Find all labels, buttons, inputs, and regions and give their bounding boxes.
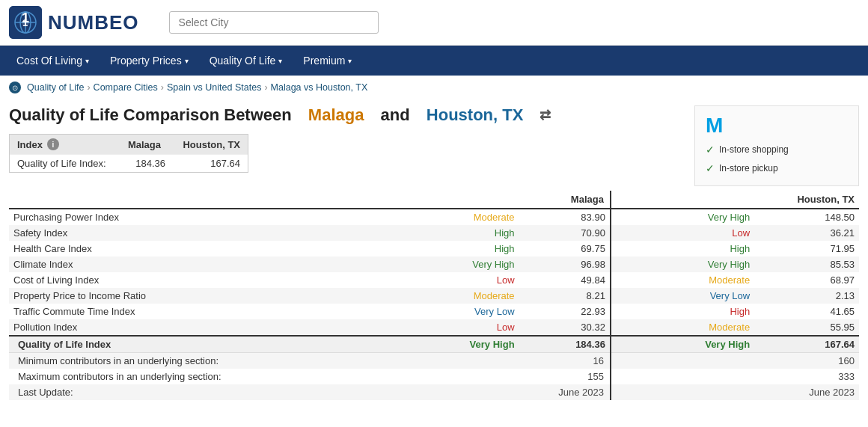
summary-val-houston: 167.64	[754, 336, 859, 353]
property-prices-arrow-icon: ▾	[185, 57, 189, 65]
row-label: Purchasing Power Index	[9, 209, 375, 225]
city1-label: Malaga	[308, 105, 364, 125]
row-val-malaga: 8.21	[519, 288, 611, 304]
col-header-label	[9, 191, 375, 209]
table-header-row: Malaga Houston, TX	[9, 191, 859, 209]
quality-of-life-index-row: Quality of Life Index: 184.36 167.64	[10, 154, 248, 172]
swap-icon[interactable]: ⇄	[540, 107, 551, 123]
row-qual-malaga: Moderate	[375, 288, 519, 304]
footer-row: Last Update: June 2023 June 2023	[9, 384, 859, 400]
row-val-malaga: 69.75	[519, 241, 611, 256]
summary-row: Quality of Life Index Very High 184.36 V…	[9, 336, 859, 353]
row-label: Pollution Index	[9, 319, 375, 336]
row-label: Climate Index	[9, 256, 375, 272]
logo: 1 NUMBEO	[9, 6, 139, 39]
breadcrumb-malaga-vs-houston[interactable]: Malaga vs Houston, TX	[271, 82, 368, 93]
premium-arrow-icon: ▾	[348, 57, 352, 65]
row-val-houston: 85.53	[754, 256, 859, 272]
footer-val-houston: 333	[754, 369, 859, 384]
row-qual-houston: Low	[611, 225, 754, 241]
search-input[interactable]	[169, 11, 379, 34]
row-val-malaga: 96.98	[519, 256, 611, 272]
row-label: Safety Index	[9, 225, 375, 241]
row-qual-houston: High	[611, 241, 754, 256]
nav-premium[interactable]: Premium ▾	[293, 46, 362, 76]
header: 1 NUMBEO	[0, 0, 868, 46]
table-row: Health Care Index High 69.75 High 71.95	[9, 241, 859, 256]
footer-label: Maximum contributors in an underlying se…	[9, 369, 375, 384]
row-val-malaga: 30.32	[519, 319, 611, 336]
comparison-tbody: Purchasing Power Index Moderate 83.90 Ve…	[9, 209, 859, 400]
page-title: Quality of Life Comparison Between Malag…	[9, 105, 679, 125]
table-row: Cost of Living Index Low 49.84 Moderate …	[9, 272, 859, 288]
row-qual-malaga: Low	[375, 272, 519, 288]
breadcrumb-icon: ⊙	[9, 82, 21, 93]
svg-text:1: 1	[22, 17, 28, 28]
table-row: Safety Index High 70.90 Low 36.21	[9, 225, 859, 241]
breadcrumb-sep-2: ›	[161, 82, 164, 93]
nav-cost-of-living[interactable]: Cost Of Living ▾	[6, 46, 100, 76]
table-row: Climate Index Very High 96.98 Very High …	[9, 256, 859, 272]
row-qual-malaga: High	[375, 241, 519, 256]
quality-of-life-arrow-icon: ▾	[278, 57, 282, 65]
summary-label: Quality of Life Index	[9, 336, 375, 353]
row-label: Property Price to Income Ratio	[9, 288, 375, 304]
breadcrumb-quality-of-life[interactable]: Quality of Life	[27, 82, 84, 93]
footer-val-malaga: 16	[519, 353, 611, 369]
row-val-malaga: 83.90	[519, 209, 611, 225]
index-table-header: Index i Malaga Houston, TX	[10, 135, 248, 154]
row-qual-malaga: Moderate	[375, 209, 519, 225]
row-qual-houston: Very High	[611, 256, 754, 272]
breadcrumb-sep-3: ›	[264, 82, 267, 93]
nav-property-prices[interactable]: Property Prices ▾	[100, 46, 199, 76]
table-row: Pollution Index Low 30.32 Moderate 55.95	[9, 319, 859, 336]
footer-row: Minimum contributors in an underlying se…	[9, 353, 859, 369]
svg-rect-0	[9, 6, 42, 39]
cost-of-living-arrow-icon: ▾	[85, 57, 89, 65]
ad-check-1: ✓ In-store shopping	[706, 141, 848, 159]
summary-qual-malaga: Very High	[375, 336, 519, 353]
footer-val-malaga: June 2023	[519, 384, 611, 400]
row-label: Cost of Living Index	[9, 272, 375, 288]
row-val-houston: 148.50	[754, 209, 859, 225]
col-header-houston: Houston, TX	[754, 191, 859, 209]
breadcrumb-sep-1: ›	[87, 82, 90, 93]
table-row: Purchasing Power Index Moderate 83.90 Ve…	[9, 209, 859, 225]
ad-check-2: ✓ In-store pickup	[706, 159, 848, 178]
comparison-table: Malaga Houston, TX Purchasing Power Inde…	[9, 191, 859, 400]
info-icon[interactable]: i	[47, 138, 59, 150]
row-val-houston: 68.97	[754, 272, 859, 288]
footer-label: Minimum contributors in an underlying se…	[9, 353, 375, 369]
row-val-malaga: 49.84	[519, 272, 611, 288]
row-val-houston: 55.95	[754, 319, 859, 336]
row-qual-houston: Moderate	[611, 272, 754, 288]
footer-val-malaga: 155	[519, 369, 611, 384]
footer-val-houston: 160	[754, 353, 859, 369]
footer-row: Maximum contributors in an underlying se…	[9, 369, 859, 384]
row-qual-malaga: Very Low	[375, 304, 519, 319]
row-val-houston: 36.21	[754, 225, 859, 241]
breadcrumb-compare-cities[interactable]: Compare Cities	[94, 82, 158, 93]
movistar-logo: M	[706, 114, 723, 138]
row-qual-malaga: Very High	[375, 256, 519, 272]
footer-spacer	[375, 353, 519, 369]
check-icon-2: ✓	[706, 159, 715, 178]
summary-val-malaga: 184.36	[519, 336, 611, 353]
footer-spacer2	[611, 353, 754, 369]
breadcrumb-spain-vs-us[interactable]: Spain vs United States	[167, 82, 261, 93]
nav-quality-of-life[interactable]: Quality Of Life ▾	[199, 46, 293, 76]
svg-point-5	[22, 19, 29, 26]
footer-spacer	[375, 369, 519, 384]
col-header-malaga: Malaga	[519, 191, 611, 209]
row-val-houston: 41.65	[754, 304, 859, 319]
check-icon-1: ✓	[706, 141, 715, 159]
footer-spacer2	[611, 369, 754, 384]
city2-label: Houston, TX	[427, 105, 524, 125]
ad-banner: M ✓ In-store shopping ✓ In-store pickup	[694, 105, 859, 186]
row-qual-malaga: High	[375, 225, 519, 241]
table-row: Property Price to Income Ratio Moderate …	[9, 288, 859, 304]
ad-checks: ✓ In-store shopping ✓ In-store pickup	[706, 141, 848, 178]
col-header-qual-houston	[611, 191, 754, 209]
row-val-houston: 71.95	[754, 241, 859, 256]
index-mini-table: Index i Malaga Houston, TX Quality of Li…	[9, 134, 248, 173]
